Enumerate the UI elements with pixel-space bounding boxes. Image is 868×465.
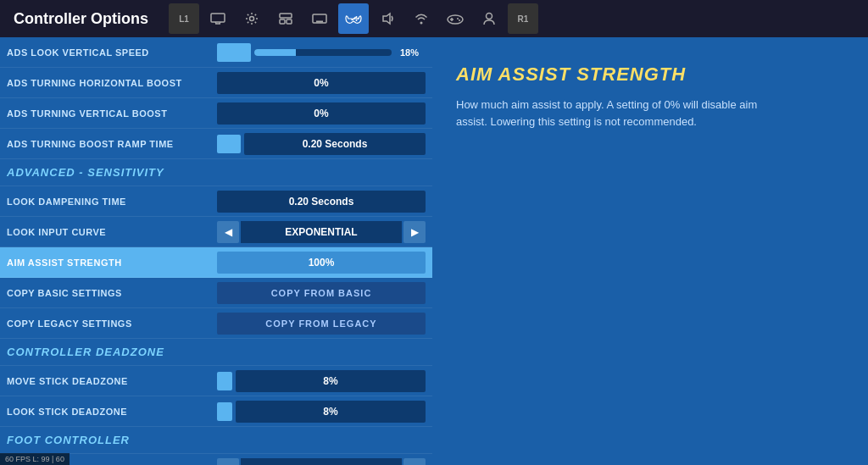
control-copy-basic: COPY FROM BASIC [217, 282, 426, 304]
fps-value: 60 FPS L: 99 | 60 [5, 455, 64, 463]
svg-point-20 [356, 19, 358, 21]
tab-r1[interactable]: R1 [508, 3, 538, 34]
slider-track [254, 49, 392, 56]
slider-value: 18% [400, 47, 426, 58]
value-move-stick-deadzone: 8% [236, 370, 426, 392]
row-ads-turning-horizontal-boost[interactable]: ADS TURNING HORIZONTAL BOOST 0% [0, 68, 432, 98]
tab-keyboard[interactable] [304, 3, 335, 34]
svg-marker-22 [383, 14, 390, 24]
slider-ramp-time[interactable]: 0.20 Seconds [217, 133, 426, 155]
section-header-deadzone: CONTROLLER DEADZONE [0, 339, 432, 366]
row-copy-basic[interactable]: COPY BASIC SETTINGS COPY FROM BASIC [0, 278, 432, 308]
detail-description: How much aim assist to apply. A setting … [456, 97, 778, 130]
control-ads-look-vertical-speed: 18% [217, 43, 426, 62]
value-ramp-time: 0.20 Seconds [244, 133, 426, 155]
control-copy-legacy: COPY FROM LEGACY [217, 313, 426, 335]
label-copy-basic: COPY BASIC SETTINGS [7, 288, 217, 298]
arrow-right-foot-controller[interactable]: ▶ [403, 458, 426, 466]
svg-point-26 [459, 19, 460, 21]
tab-icons: L1 [169, 3, 538, 34]
svg-rect-6 [280, 19, 285, 24]
label-ads-turning-boost-ramp-time: ADS TURNING BOOST RAMP TIME [7, 139, 217, 149]
arrow-foot-controller: ◀ OFF ▶ [217, 458, 426, 466]
row-ads-turning-vertical-boost[interactable]: ADS TURNING VERTICAL BOOST 0% [0, 98, 432, 129]
arrow-left-look-input-curve[interactable]: ◀ [217, 221, 239, 243]
section-label-advanced: ADVANCED - SENSITIVITY [7, 166, 164, 179]
label-aim-assist-strength: AIM ASSIST STRENGTH [7, 257, 217, 268]
left-panel: ADS LOOK VERTICAL SPEED 18% ADS TURNING … [0, 37, 432, 465]
label-look-input-curve: LOOK INPUT CURVE [7, 227, 217, 237]
row-copy-legacy[interactable]: COPY LEGACY SETTINGS COPY FROM LEGACY [0, 308, 432, 339]
control-ads-turning-boost-ramp-time: 0.20 Seconds [217, 133, 426, 155]
label-look-stick-deadzone: LOOK STICK DEADZONE [7, 407, 217, 417]
app-window: Controller Options L1 [0, 0, 868, 465]
svg-point-19 [358, 18, 359, 19]
right-panel: AIM ASSIST STRENGTH How much aim assist … [432, 37, 868, 465]
slider-indicator [217, 135, 241, 153]
value-ads-turning-horizontal-boost: 0% [217, 72, 426, 94]
arrow-look-input-curve: ◀ EXPONENTIAL ▶ [217, 221, 426, 243]
label-ads-look-vertical-speed: ADS LOOK VERTICAL SPEED [7, 47, 217, 58]
row-look-input-curve[interactable]: LOOK INPUT CURVE ◀ EXPONENTIAL ▶ [0, 217, 432, 247]
tab-l1[interactable]: L1 [169, 3, 199, 34]
tab-layout[interactable] [270, 3, 301, 34]
svg-point-25 [457, 18, 459, 19]
tab-display[interactable] [203, 3, 233, 34]
tab-network[interactable] [406, 3, 437, 34]
svg-point-4 [250, 17, 254, 21]
slider-move-deadzone[interactable]: 8% [217, 370, 426, 392]
control-enable-foot-controller: ◀ OFF ▶ [217, 458, 426, 466]
btn-copy-basic[interactable]: COPY FROM BASIC [217, 282, 426, 304]
control-ads-turning-vertical-boost: 0% [217, 102, 426, 125]
slider-look-deadzone[interactable]: 8% [217, 401, 426, 423]
control-look-input-curve: ◀ EXPONENTIAL ▶ [217, 221, 426, 243]
tab-gamepad2[interactable] [440, 3, 470, 34]
tab-controller[interactable] [338, 3, 369, 34]
label-move-stick-deadzone: MOVE STICK DEADZONE [7, 376, 217, 386]
value-look-stick-deadzone: 8% [236, 401, 426, 423]
control-look-stick-deadzone: 8% [217, 401, 426, 423]
slider-fill [254, 49, 296, 56]
tab-audio[interactable] [372, 3, 403, 34]
label-ads-turning-horizontal-boost: ADS TURNING HORIZONTAL BOOST [7, 78, 217, 88]
svg-rect-5 [280, 14, 292, 18]
tab-settings[interactable] [236, 3, 267, 34]
label-copy-legacy: COPY LEGACY SETTINGS [7, 318, 217, 329]
row-move-stick-deadzone[interactable]: MOVE STICK DEADZONE 8% [0, 366, 432, 396]
slider-ads-look-vertical-speed[interactable]: 18% [217, 43, 426, 62]
top-bar: Controller Options L1 [0, 0, 868, 37]
control-aim-assist-strength: 100% [217, 252, 426, 274]
main-content: ADS LOOK VERTICAL SPEED 18% ADS TURNING … [0, 37, 868, 465]
arrow-right-look-input-curve[interactable]: ▶ [403, 221, 426, 243]
fps-bar: 60 FPS L: 99 | 60 [0, 453, 70, 465]
label-look-dampening-time: LOOK DAMPENING TIME [7, 197, 217, 207]
svg-point-24 [448, 15, 463, 24]
slider-indicator [217, 43, 251, 62]
section-header-advanced: ADVANCED - SENSITIVITY [0, 159, 432, 186]
svg-rect-7 [287, 19, 292, 24]
slider-indicator [217, 372, 232, 390]
row-ads-turning-boost-ramp-time[interactable]: ADS TURNING BOOST RAMP TIME 0.20 Seconds [0, 129, 432, 159]
row-ads-look-vertical-speed[interactable]: ADS LOOK VERTICAL SPEED 18% [0, 37, 432, 68]
section-label-foot: FOOT CONTROLLER [7, 434, 130, 446]
svg-rect-0 [211, 14, 225, 22]
btn-copy-legacy[interactable]: COPY FROM LEGACY [217, 313, 426, 335]
value-foot-controller: OFF [241, 458, 402, 466]
row-look-dampening-time[interactable]: LOOK DAMPENING TIME 0.20 Seconds [0, 186, 432, 217]
window-title: Controller Options [14, 10, 148, 28]
value-ads-turning-vertical-boost: 0% [217, 102, 426, 125]
svg-point-21 [354, 18, 356, 19]
row-look-stick-deadzone[interactable]: LOOK STICK DEADZONE 8% [0, 396, 432, 427]
control-look-dampening-time: 0.20 Seconds [217, 191, 426, 213]
value-look-input-curve: EXPONENTIAL [241, 221, 402, 243]
control-move-stick-deadzone: 8% [217, 370, 426, 392]
slider-indicator [217, 402, 232, 421]
tab-user[interactable] [474, 3, 504, 34]
arrow-left-foot-controller[interactable]: ◀ [217, 458, 239, 466]
value-look-dampening-time: 0.20 Seconds [217, 191, 426, 213]
detail-title: AIM ASSIST STRENGTH [456, 64, 844, 85]
control-ads-turning-horizontal-boost: 0% [217, 72, 426, 94]
section-header-foot: FOOT CONTROLLER [0, 427, 432, 454]
row-aim-assist-strength[interactable]: AIM ASSIST STRENGTH 100% [0, 247, 432, 278]
value-aim-assist-strength: 100% [217, 252, 426, 274]
